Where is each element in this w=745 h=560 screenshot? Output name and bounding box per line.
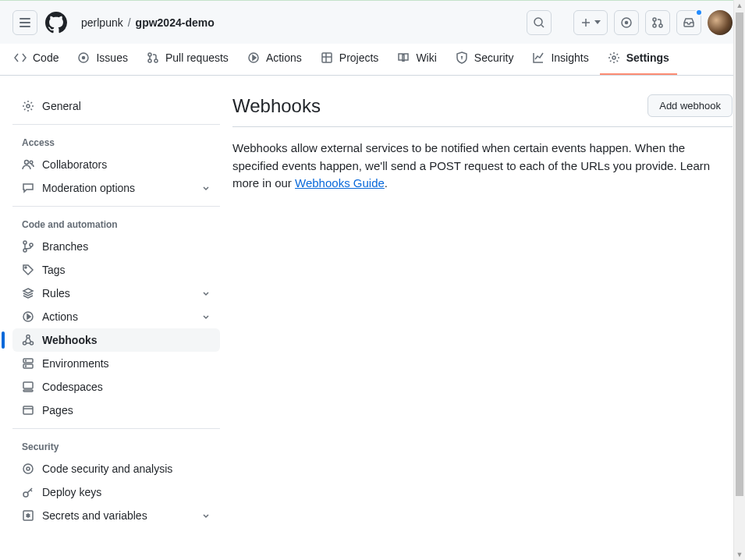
svg-point-41	[27, 467, 30, 470]
scrollbar[interactable]: ▲ ▼	[733, 0, 745, 560]
tab-security[interactable]: Security	[448, 44, 522, 75]
sidebar-divider	[12, 124, 220, 125]
sidebar-group-security: Security	[12, 435, 220, 457]
breadcrumb-repo[interactable]: gpw2024-demo	[136, 16, 215, 29]
git-pull-request-icon	[147, 51, 159, 64]
sidebar-item-general[interactable]: General	[12, 94, 220, 118]
sidebar-item-codespaces[interactable]: Codespaces	[12, 375, 220, 399]
breadcrumb: perlpunk / gpw2024-demo	[75, 16, 215, 29]
webhooks-guide-link[interactable]: Webhooks Guide	[295, 176, 385, 190]
pull-requests-button[interactable]	[645, 10, 670, 35]
create-menu-button[interactable]	[573, 10, 608, 35]
tab-settings[interactable]: Settings	[600, 44, 677, 75]
tab-actions[interactable]: Actions	[239, 44, 310, 75]
gear-icon	[608, 51, 620, 64]
play-icon	[247, 51, 260, 64]
scrollbar-thumb[interactable]	[736, 12, 743, 496]
header-right	[527, 10, 733, 35]
sidebar-group-code: Code and automation	[12, 213, 220, 235]
tab-issues[interactable]: Issues	[69, 44, 135, 75]
chevron-down-icon	[201, 289, 211, 298]
sidebar-divider	[12, 206, 220, 207]
tab-projects[interactable]: Projects	[313, 44, 387, 75]
issues-button[interactable]	[614, 10, 639, 35]
shield-icon	[456, 51, 468, 64]
sidebar-item-environments[interactable]: Environments	[12, 352, 220, 375]
scan-icon	[22, 463, 34, 475]
chevron-down-icon	[201, 183, 211, 193]
repo-tabs: Code Issues Pull requests Actions Projec…	[0, 44, 745, 76]
sidebar-item-deploykeys[interactable]: Deploy keys	[12, 480, 220, 504]
sidebar-item-label: Branches	[42, 240, 88, 253]
breadcrumb-sep: /	[128, 16, 131, 29]
page-title: Webhooks	[232, 95, 321, 117]
server-icon	[22, 357, 34, 370]
svg-point-30	[23, 342, 27, 345]
book-icon	[397, 51, 410, 64]
sidebar-item-codesec[interactable]: Code security and analysis	[12, 457, 220, 480]
svg-point-35	[26, 366, 27, 367]
sidebar-item-label: Codespaces	[42, 381, 103, 393]
svg-point-7	[653, 24, 656, 27]
sidebar-item-label: Code security and analysis	[42, 463, 172, 475]
svg-point-23	[30, 161, 33, 164]
menu-button[interactable]	[12, 10, 37, 35]
svg-point-13	[154, 59, 158, 62]
inbox-icon	[683, 16, 695, 29]
sidebar-item-label: General	[42, 100, 81, 112]
graph-icon	[532, 51, 545, 64]
git-branch-icon	[22, 240, 34, 253]
breadcrumb-owner[interactable]: perlpunk	[81, 16, 123, 29]
svg-point-11	[148, 53, 151, 56]
notifications-button[interactable]	[676, 10, 701, 35]
svg-rect-36	[23, 382, 33, 388]
svg-point-18	[461, 57, 462, 58]
search-button[interactable]	[527, 10, 552, 35]
sidebar-item-actions[interactable]: Actions	[12, 305, 220, 328]
sidebar-item-pages[interactable]: Pages	[12, 399, 220, 422]
scroll-down-arrow-icon[interactable]: ▼	[736, 549, 743, 560]
svg-point-8	[659, 24, 662, 27]
svg-point-5	[626, 21, 628, 23]
codespaces-icon	[22, 381, 34, 393]
sidebar-item-label: Rules	[42, 287, 70, 299]
add-webhook-button[interactable]: Add webhook	[647, 94, 733, 117]
sidebar-item-moderation[interactable]: Moderation options	[12, 176, 220, 200]
notification-indicator-icon	[695, 9, 703, 16]
main-area: General Access Collaborators Moderation …	[0, 76, 745, 527]
content-area: Webhooks Add webhook Webhooks allow exte…	[220, 94, 733, 527]
github-logo[interactable]	[44, 10, 69, 35]
app-header: perlpunk / gpw2024-demo	[0, 0, 745, 44]
tab-label: Insights	[551, 51, 588, 64]
sidebar-item-secrets[interactable]: Secrets and variables	[12, 504, 220, 527]
sidebar-item-rules[interactable]: Rules	[12, 282, 220, 305]
svg-line-1	[541, 25, 544, 27]
sidebar-group-access: Access	[12, 131, 220, 153]
hamburger-icon	[20, 18, 30, 27]
sidebar-item-label: Tags	[42, 264, 66, 276]
chevron-down-icon	[201, 312, 211, 321]
tab-code[interactable]: Code	[6, 44, 66, 75]
avatar[interactable]	[708, 10, 733, 35]
tab-label: Projects	[339, 51, 379, 64]
svg-point-40	[23, 464, 33, 473]
tab-insights[interactable]: Insights	[524, 44, 596, 75]
tab-label: Pull requests	[165, 51, 229, 64]
svg-point-6	[653, 18, 656, 21]
svg-rect-38	[23, 406, 33, 414]
page-header: Webhooks Add webhook	[232, 94, 733, 127]
scroll-up-arrow-icon[interactable]: ▲	[736, 0, 743, 11]
browser-icon	[22, 404, 34, 416]
tab-label: Actions	[266, 51, 302, 64]
sidebar-item-branches[interactable]: Branches	[12, 235, 220, 258]
tab-pulls[interactable]: Pull requests	[139, 44, 236, 75]
svg-rect-37	[23, 390, 33, 392]
sidebar-item-tags[interactable]: Tags	[12, 258, 220, 282]
sidebar-item-webhooks[interactable]: Webhooks	[12, 328, 220, 352]
sidebar-item-label: Secrets and variables	[42, 509, 147, 522]
svg-point-34	[26, 360, 27, 361]
key-icon	[22, 486, 34, 498]
sidebar-item-collaborators[interactable]: Collaborators	[12, 153, 220, 176]
asterisk-icon	[22, 509, 34, 522]
tab-wiki[interactable]: Wiki	[389, 44, 444, 75]
